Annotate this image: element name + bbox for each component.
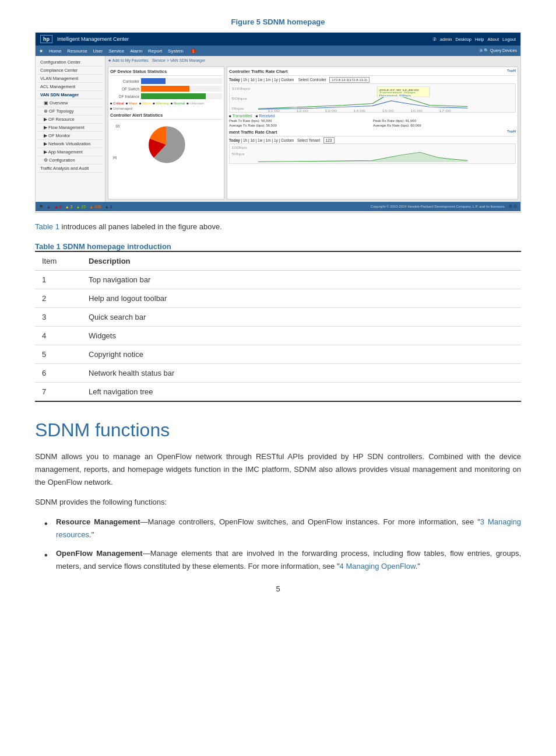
chart-bar-wrap-controller <box>141 78 222 84</box>
legend-tx: ■ Transmitted <box>229 114 252 118</box>
legend-critical: ■ Critical <box>110 102 124 105</box>
imc-nav-home: Home <box>49 48 61 54</box>
avg-tx-label: Average Tx Rate (bps): 56,500 <box>229 124 372 127</box>
pie-chart-svg <box>146 124 186 165</box>
imc-icon-2: ② <box>432 37 437 42</box>
chart-y-label-100: 100bps <box>231 87 250 90</box>
bullet-list: Resource Management—Manage controllers, … <box>44 516 521 573</box>
legend-major: ■ Major <box>126 102 138 105</box>
chart-x-11: 11:00 <box>268 110 280 112</box>
imc-nav-report: Report <box>148 48 162 54</box>
legend-unmanaged: ■ Unmanaged <box>110 107 132 110</box>
section-title: SDNM functions <box>35 419 521 441</box>
chart-y-label-50: 50bps <box>231 97 247 100</box>
table-header-row: Item Description <box>35 251 521 271</box>
imc-nav: ★ Home Resource User Service Alarm Repor… <box>36 46 520 56</box>
chart-legend-line: ■ Transmitted ■ Received <box>229 114 516 118</box>
section-para1: SDNM allows you to manage an OpenFlow ne… <box>35 450 521 489</box>
avg-rx-label: Average Rx Rate (bps): 60,069 <box>373 124 516 127</box>
chart-legend: ■ Critical ■ Major ■ Minor ■ Warning ■ N… <box>110 102 222 110</box>
status-item-3: ▲ 3 <box>65 205 73 209</box>
imc-logout-label: Logout <box>502 37 516 42</box>
line-chart-traffic: 100bps 50bps 0bps 11:00 12:00 13:00 14:0… <box>229 83 516 113</box>
legend-normal: ■ Normal <box>171 102 185 105</box>
sidebar-configuration: ⚙ Configuration <box>38 156 103 164</box>
table-cell-item-4: 5 <box>35 345 82 363</box>
col-header-item: Item <box>35 251 82 271</box>
imc-corner-icons: ⊞ ⊟ <box>509 204 517 209</box>
chart-x-16: 16:00 <box>410 110 423 112</box>
sidebar-net-virt: ▶ Network Virtualization <box>38 140 103 148</box>
tenant-dropdown[interactable]: 123 <box>323 137 335 144</box>
peak-tx-label: Peak Tx Rate (bps): 56,500 <box>229 119 372 123</box>
chart-bar-wrap-switch <box>141 86 222 92</box>
imc-device-panel: OF Device Status Statistics Controller O… <box>108 66 224 200</box>
table-cell-item-2: 3 <box>35 307 82 326</box>
table-cell-desc-0: Top navigation bar <box>82 270 521 289</box>
imc-alert-panel-title: Controller Alert Statistics <box>110 113 222 120</box>
intro-text-suffix: introduces all panes labeled in the figu… <box>62 222 222 231</box>
openflow-link[interactable]: 4 Managing OpenFlow <box>340 562 416 570</box>
imc-nav-resource: Resource <box>67 48 87 54</box>
imc-body: Configuration Center Compliance Center V… <box>36 56 520 202</box>
imc-header-title: Intelligent Management Center <box>57 36 129 42</box>
received-line <box>258 101 467 109</box>
chart-y-label-0: 0bps <box>231 107 244 110</box>
table-cell-desc-5: Network health status bar <box>82 363 521 382</box>
bullet-openflow: OpenFlow Management—Manage elements that… <box>44 547 521 573</box>
imc-logo: hp <box>40 35 52 43</box>
bullet-resource-bold: Resource Management <box>56 517 140 526</box>
chart-row-instance: OF Instance <box>110 93 222 99</box>
imc-breadcrumb: ★ Add to My Favorites Service > VAN SDN … <box>108 58 518 63</box>
imc-nav-alarm: Alarm <box>130 48 142 54</box>
controller-dropdown[interactable]: 172.8.13.3(172.8.13.3) <box>329 77 370 83</box>
tenant-topn-badge: TopN <box>507 130 516 133</box>
sidebar-compliance-center: Compliance Center <box>38 66 103 75</box>
legend-rx: ■ Received <box>256 114 275 118</box>
sidebar-of-resource: ▶ OF Resource <box>38 116 103 124</box>
imc-nav-service: Service <box>108 48 124 54</box>
status-item-25: ▲ 25 <box>76 205 86 209</box>
imc-time-filters: Today | 1h | 1d | 1w | 1m | 1y | Custom … <box>229 78 516 82</box>
imc-main-content: ★ Add to My Favorites Service > VAN SDN … <box>105 56 520 202</box>
sidebar-of-monitor: ▶ OF Monitor <box>38 132 103 140</box>
bullet-openflow-bold: OpenFlow Management <box>56 549 143 558</box>
sidebar-app-mgmt: ▶ App Management <box>38 148 103 156</box>
tenant-today: Today <box>229 138 240 142</box>
imc-nav-system: System <box>168 48 184 54</box>
sidebar-of-topology: ⊕ OF Topology <box>38 107 103 116</box>
sidebar-config-center: Configuration Center <box>38 58 103 66</box>
tenant-y-50: 50bps <box>231 153 245 156</box>
imc-device-panel-title: OF Device Status Statistics <box>110 69 222 76</box>
intro-text: Table 1 introduces all panes labeled in … <box>35 221 521 233</box>
imc-admin-label: admin <box>440 37 452 42</box>
chart-label-switch: OF Switch <box>110 87 139 91</box>
chart-x-13: 13:00 <box>325 110 337 112</box>
imc-traffic-title-text: Controller Traffic Rate Chart <box>229 69 287 74</box>
peak-rx-label: Peak Rx Rate (bps): 91,060 <box>373 119 516 123</box>
chart-row-controller: Controller <box>110 78 222 84</box>
table-cell-desc-6: Left navigation tree <box>82 382 521 401</box>
table-row: 7Left navigation tree <box>35 382 521 401</box>
table-cell-desc-3: Widgets <box>82 326 521 345</box>
table-cell-desc-4: Copyright notice <box>82 345 521 363</box>
section-para2: SDNM provides the following functions: <box>35 496 521 509</box>
pie-label-4: [4] <box>113 156 117 159</box>
sdnm-table: Item Description 1Top navigation bar2Hel… <box>35 251 521 402</box>
pie-label-2: [2] <box>116 124 119 128</box>
status-item-0: ▲ 0 <box>54 205 62 209</box>
table-cell-item-6: 7 <box>35 382 82 401</box>
col-header-description: Description <box>82 251 521 271</box>
page-container: Figure 5 SDNM homepage hp Intelligent Ma… <box>0 0 556 617</box>
table-ref-link[interactable]: Table 1 <box>35 222 59 231</box>
table-row: 1Top navigation bar <box>35 270 521 289</box>
tenant-chart-svg: 100bps 50bps <box>230 144 515 163</box>
chart-stats: Peak Tx Rate (bps): 56,500 Peak Rx Rate … <box>229 119 516 127</box>
topn-badge: TopN <box>507 69 516 72</box>
chart-bar-controller <box>141 78 166 84</box>
figure-screenshot: hp Intelligent Management Center ② admin… <box>35 32 521 213</box>
pie-container: [2] [4] <box>110 121 222 168</box>
imc-traffic-panel-title: Controller Traffic Rate Chart TopN <box>229 69 516 76</box>
page-number: 5 <box>35 584 521 593</box>
table-cell-desc-1: Help and logout toolbar <box>82 289 521 307</box>
